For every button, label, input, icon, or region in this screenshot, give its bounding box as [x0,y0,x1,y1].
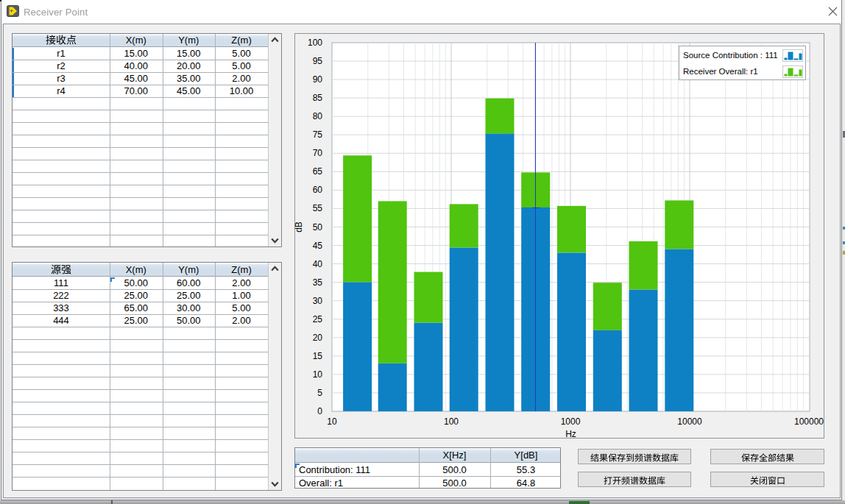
svg-text:80: 80 [313,111,323,121]
svg-text:Receiver Overall: r1: Receiver Overall: r1 [683,67,758,76]
svg-text:75: 75 [313,129,323,140]
svg-text:85: 85 [313,93,323,103]
svg-text:5: 5 [317,388,322,398]
svg-text:10: 10 [327,416,337,427]
svg-text:60: 60 [313,185,323,195]
svg-text:100000: 100000 [794,416,824,427]
svg-text:65: 65 [313,166,323,177]
svg-text:Source Contribution : 111: Source Contribution : 111 [683,51,778,60]
svg-text:10000: 10000 [677,416,702,427]
svg-text:35: 35 [313,277,323,288]
svg-text:20: 20 [313,333,323,343]
svg-text:100: 100 [444,416,459,427]
svg-text:55: 55 [313,203,323,213]
svg-text:100: 100 [308,38,322,48]
svg-text:40: 40 [313,259,323,269]
svg-text:25: 25 [313,314,323,324]
svg-text:0: 0 [317,406,322,416]
svg-text:15: 15 [313,351,323,361]
svg-text:10: 10 [313,369,323,380]
svg-text:45: 45 [313,241,323,251]
svg-text:Hz: Hz [565,429,576,439]
svg-text:30: 30 [313,296,323,306]
svg-text:dB: dB [294,221,304,233]
svg-text:90: 90 [313,74,323,85]
svg-text:95: 95 [313,56,323,66]
svg-text:70: 70 [313,148,323,158]
svg-text:50: 50 [313,222,323,233]
svg-text:1000: 1000 [561,416,581,427]
